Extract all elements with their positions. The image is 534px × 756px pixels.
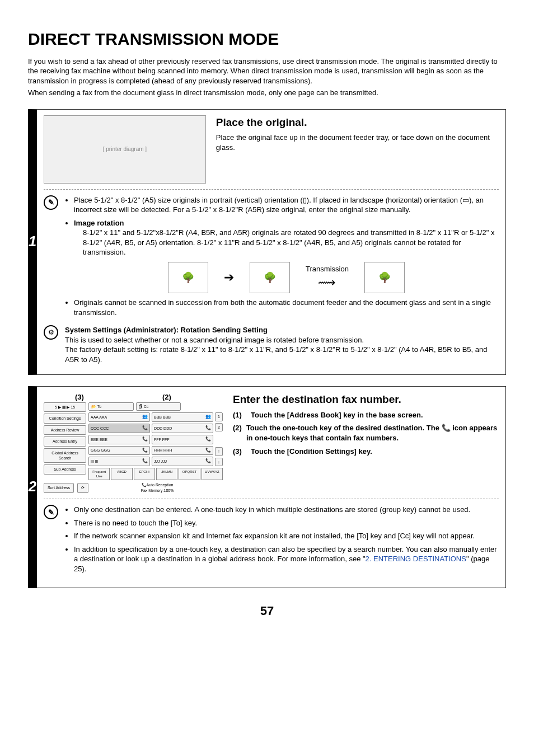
instruction-1: (1)Touch the [Address Book] key in the b… <box>233 410 499 420</box>
refresh-button[interactable]: ⟳ <box>77 483 88 492</box>
separator <box>44 499 499 499</box>
instruction-2: (2)Touch the one-touch key of the desire… <box>233 423 499 443</box>
printer-illustration: [ printer diagram ] <box>44 115 206 184</box>
page-title: DIRECT TRANSMISSION MODE <box>28 28 506 51</box>
step-2: 2 (3) (2) 5 ▶ ▦ ▶ 15 Condition Settings … <box>28 386 506 588</box>
phone-inline-icon: 📞 <box>442 424 451 432</box>
step-1: 1 [ printer diagram ] Place the original… <box>28 109 506 375</box>
sub-address-button[interactable]: Sub Address <box>44 464 86 474</box>
instruction-3: (3)Touch the [Condition Settings] key. <box>233 447 499 457</box>
note-succession: Originals cannot be scanned in successio… <box>74 298 499 317</box>
address-review-button[interactable]: Address Review <box>44 425 86 435</box>
touchscreen-mock: 5 ▶ ▦ ▶ 15 Condition Settings Address Re… <box>44 402 223 493</box>
one-touch-ccc-selected[interactable]: CCC CCC📞 <box>88 424 150 433</box>
step2-note-1: Only one destination can be entered. A o… <box>74 505 499 515</box>
page-1-indicator: 1 <box>215 412 223 421</box>
rotation-before-icon: 🌳 <box>168 262 208 293</box>
phone-icon: 📞 <box>205 448 211 454</box>
tab-efghi[interactable]: EFGHI <box>134 468 155 480</box>
status-text: 📞Auto Reception Fax Memory:100% <box>92 482 223 493</box>
cc-tab[interactable]: 🗐 Cc <box>136 402 181 411</box>
one-touch-eee[interactable]: EEE EEE📞 <box>88 435 150 444</box>
rotation-after-icon: 🌳 <box>250 262 290 293</box>
phone-icon: 📞 <box>142 458 148 464</box>
group-icon: 👥 <box>205 414 211 420</box>
transmission-arrow-icon: ⟿ <box>318 274 336 291</box>
step-1-heading: Place the original. <box>216 115 499 130</box>
scroll-up-button[interactable]: ↑ <box>215 447 223 456</box>
one-touch-ddd[interactable]: DDD DDD📞 <box>152 424 213 433</box>
admin-title: System Settings (Administrator): Rotatio… <box>65 325 499 335</box>
tab-opqrst[interactable]: OPQRST <box>179 468 200 480</box>
group-icon: 👥 <box>142 414 148 420</box>
tab-abcd[interactable]: ABCD <box>111 468 132 480</box>
intro-p1: If you wish to send a fax ahead of other… <box>28 57 506 86</box>
phone-icon: 📞 <box>142 436 148 443</box>
sort-address-button[interactable]: Sort Address <box>44 483 74 492</box>
pencil-note-icon: ✎ <box>44 505 58 519</box>
note-rotation: Image rotation 8-1/2" x 11" and 5-1/2"x8… <box>74 218 499 293</box>
step2-note-4: In addition to specification by a one-to… <box>74 544 499 574</box>
intro-p2: When sending a fax from the document gla… <box>28 88 506 98</box>
address-entry-button[interactable]: Address Entry <box>44 436 86 446</box>
admin-text-2: The factory default setting is: rotate 8… <box>65 345 499 364</box>
phone-icon: 📞 <box>142 425 148 431</box>
entering-destinations-link[interactable]: 2. ENTERING DESTINATIONS <box>366 555 466 563</box>
to-tab[interactable]: 📂 To <box>88 402 134 411</box>
transmission-label: Transmission <box>306 264 349 274</box>
tab-uvwxyz[interactable]: UVWXYZ <box>202 468 223 480</box>
arrow-icon: ➔ <box>224 269 234 286</box>
tab-jklmn[interactable]: JKLMN <box>156 468 177 480</box>
landscape-icon: ▭ <box>462 196 469 204</box>
pencil-note-icon: ✎ <box>44 195 58 210</box>
gear-icon: ⚙ <box>44 325 58 340</box>
callout-2: (2) <box>162 392 171 402</box>
separator <box>44 189 499 190</box>
step-2-heading: Enter the destination fax number. <box>233 392 499 407</box>
page-number: 57 <box>28 603 506 619</box>
one-touch-ggg[interactable]: GGG GGG📞 <box>88 446 150 456</box>
admin-text-1: This is used to select whether or not a … <box>65 335 499 345</box>
scroll-down-button[interactable]: ↓ <box>215 458 223 466</box>
step-1-desc: Place the original face up in the docume… <box>216 133 499 152</box>
phone-icon: 📞 <box>205 458 211 464</box>
one-touch-bbb[interactable]: BBB BBB👥 <box>152 412 213 422</box>
rotation-result-icon: 🌳 <box>364 262 405 293</box>
callout-3: (3) <box>75 392 84 402</box>
one-touch-jjj[interactable]: JJJ JJJ📞 <box>152 457 213 466</box>
one-touch-aaa[interactable]: AAA AAA👥 <box>88 412 150 422</box>
portrait-icon: ▯ <box>303 196 307 204</box>
tab-frequent[interactable]: Frequent Use <box>88 468 110 480</box>
note-orientation: Place 5-1/2" x 8-1/2" (A5) size original… <box>74 195 499 215</box>
phone-status-icon: 📞 <box>142 483 147 487</box>
phone-icon: 📞 <box>205 436 211 443</box>
one-touch-fff[interactable]: FFF FFF📞 <box>152 435 213 444</box>
one-touch-hhh[interactable]: HHH HHH📞 <box>152 446 213 456</box>
breadcrumb[interactable]: 5 ▶ ▦ ▶ 15 <box>44 402 86 412</box>
page-2-indicator: 2 <box>215 423 223 431</box>
step2-note-3: If the network scanner expansion kit and… <box>74 531 499 541</box>
one-touch-iii[interactable]: III III📞 <box>88 457 150 466</box>
step2-note-2: There is no need to touch the [To] key. <box>74 518 499 528</box>
global-address-search-button[interactable]: Global Address Search <box>44 448 86 463</box>
step-1-number: 1 <box>28 232 37 252</box>
condition-settings-button[interactable]: Condition Settings <box>44 414 86 423</box>
intro-text: If you wish to send a fax ahead of other… <box>28 57 506 98</box>
phone-icon: 📞 <box>205 425 211 431</box>
step-2-number: 2 <box>28 477 37 497</box>
phone-icon: 📞 <box>142 448 148 454</box>
